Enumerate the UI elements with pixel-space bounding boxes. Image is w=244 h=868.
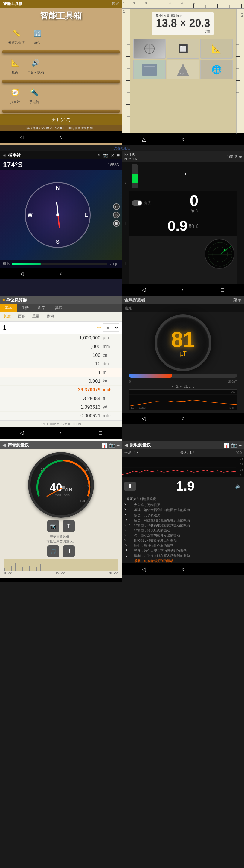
vibration-pause-btn[interactable]: ⏸ [125, 482, 136, 491]
nav-back-2[interactable]: △ [142, 136, 146, 143]
subtab-length[interactable]: 长度 [0, 312, 15, 321]
converter-subtabs: 长度 面积 重量 体积 [0, 312, 122, 321]
converter-panel: ■ 单位换算器 基本 生活 科学 其它 长度 面积 [0, 296, 122, 441]
home-panel: 智能工具箱 设置 智能工具箱 📏 长度和角度 🔢 单位 [0, 0, 122, 145]
subtab-weight[interactable]: 重量 [29, 312, 43, 321]
metal-nav-bar: ◁ ○ □ [122, 413, 244, 424]
sound-menu-icon[interactable]: ≡ [117, 442, 119, 448]
nav-recent-c[interactable]: □ [99, 271, 102, 277]
vibration-menu-icon[interactable]: ≡ [239, 442, 242, 448]
tab-science[interactable]: 科学 [33, 304, 50, 312]
nav-home-s[interactable]: ○ [60, 581, 63, 582]
sound-text-btn[interactable]: T [63, 520, 75, 532]
svg-rect-73 [19, 565, 19, 571]
level-distance-value: 0.9 [167, 218, 188, 234]
tools-grid: 🔲 📐 45° 🌐 [133, 39, 233, 80]
sound-back-icon[interactable]: ◀ [2, 442, 6, 448]
converter-tabs: 基本 生活 科学 其它 [0, 304, 122, 312]
nav-home-2[interactable]: ○ [182, 136, 185, 143]
tab-life[interactable]: 生活 [17, 304, 33, 312]
about-button[interactable]: 关于 (v1.7) [0, 114, 122, 125]
level-dot-indicator [239, 156, 242, 158]
nav-home-c[interactable]: ○ [60, 271, 63, 277]
metal-panel: 金属探测器 菜单 磁场 81 µT 0 200µT x=-2, y=81, z=… [122, 296, 244, 441]
sound-camera-icon[interactable]: 📷 [109, 442, 115, 448]
seismic-row-i: I: 乐器，动物能感觉到的振动 [125, 558, 242, 563]
tool-ruler[interactable]: 📏 长度和角度 [8, 27, 25, 45]
nav-back-v[interactable]: ◁ [142, 566, 146, 572]
unit-select[interactable]: m km cm mm [103, 323, 119, 332]
seismic-level-iv: IV: [125, 544, 134, 548]
ruler-icon: 📏 [10, 27, 23, 40]
vibration-header: ◀ 振动测量仪 📊 📷 ≡ [122, 441, 244, 449]
seismic-level-v: V: [125, 538, 134, 543]
ruler-panel: 7 6 5 4 3 2 1 [122, 0, 244, 145]
conv-value-mm: 1,000 [88, 344, 101, 349]
compass-indicator-3[interactable]: 🔲 [113, 220, 119, 227]
thumb-4[interactable] [133, 60, 166, 80]
shelf-row-3: 🧭 指南针 🔦 手电筒 [2, 85, 119, 113]
nav-back-m[interactable]: ◁ [142, 415, 146, 422]
sound-display-area: 0 20 40 60 80 100 120 40 [0, 449, 122, 578]
thumb-6[interactable]: 🌐 [200, 60, 233, 80]
nav-back-l[interactable]: ◁ [142, 287, 146, 293]
vibration-camera-icon[interactable]: 📷 [231, 442, 237, 448]
conv-unit-cm: cm [103, 353, 118, 358]
compass-indicator-1[interactable]: ⊙ [113, 203, 119, 210]
seismic-level-ii: II: [125, 554, 134, 558]
nav-back-s[interactable]: ◁ [20, 581, 24, 582]
metal-value-display: 81 [171, 329, 195, 350]
nav-recent-s[interactable]: □ [99, 581, 102, 582]
converter-input[interactable] [3, 324, 96, 331]
sound-icon: 🔊 [29, 56, 43, 69]
nav-home[interactable]: ○ [60, 134, 63, 140]
sound-camera-btn[interactable]: 📷 [47, 520, 59, 532]
nav-recent[interactable]: □ [99, 134, 102, 140]
nav-back-c[interactable]: ◁ [20, 270, 24, 277]
subtab-area[interactable]: 面积 [15, 312, 29, 321]
nav-home-conv[interactable]: ○ [60, 430, 63, 436]
tool-compass[interactable]: 🧭 指南针 [8, 86, 22, 104]
nav-home-l[interactable]: ○ [182, 287, 185, 293]
nav-recent-conv[interactable]: □ [99, 430, 102, 436]
tool-flashlight[interactable]: 🔦 手电筒 [28, 86, 40, 104]
vibration-bars-icon[interactable]: 📊 [223, 442, 229, 448]
tool-sound[interactable]: 🔊 声音和振动 [28, 56, 44, 75]
sound-bars-icon[interactable]: 📊 [101, 442, 107, 448]
compass-indicator-2[interactable]: ◎ [113, 212, 119, 218]
nav-home-m[interactable]: ○ [182, 415, 185, 422]
compass-close-icon[interactable]: ✕ [111, 153, 114, 158]
settings-button[interactable]: 设置 [112, 1, 119, 6]
tab-basic[interactable]: 基本 [0, 304, 17, 312]
nav-home-v[interactable]: ○ [182, 566, 185, 572]
compass-icon: 🧭 [8, 86, 22, 99]
metal-coords: x=-2, y=81, z=0 [172, 384, 194, 388]
thumb-1[interactable] [133, 39, 166, 59]
svg-text:60: 60 [74, 458, 77, 462]
nav-back[interactable]: ◁ [20, 134, 24, 140]
sound-pause-btn[interactable]: ⏸ [63, 545, 75, 557]
compass-share-icon[interactable]: ↗ [96, 153, 100, 158]
thumb-2[interactable]: 🔲 [167, 39, 199, 59]
level-toggle[interactable] [132, 200, 142, 206]
compass-camera-icon[interactable]: 📷 [102, 153, 108, 158]
nav-recent-2[interactable]: □ [221, 136, 224, 143]
nav-recent-m[interactable]: □ [221, 415, 224, 422]
sound-record-btn[interactable]: 🎵 [47, 545, 59, 557]
tab-other[interactable]: 其它 [50, 304, 67, 312]
tool-height[interactable]: 📐 量高 [8, 56, 22, 75]
thumb-5[interactable]: 45° [167, 60, 199, 80]
nav-back-conv[interactable]: ◁ [20, 430, 24, 436]
nav-recent-l[interactable]: □ [221, 287, 224, 293]
nav-recent-v[interactable]: □ [221, 566, 224, 572]
subtab-volume[interactable]: 体积 [43, 312, 57, 321]
compass-menu-icon[interactable]: ≡ [117, 153, 119, 158]
conv-unit-yd: yd [103, 405, 118, 410]
ruler-content: 5.44 × 6180 inch 13.8 × 20.3 cm [130, 9, 236, 133]
tool-unit[interactable]: 🔢 单位 [31, 27, 44, 45]
seismic-desc-vi: 强，振动沉重的家具发出的振动 [134, 533, 180, 538]
vibration-back-icon[interactable]: ◀ [125, 442, 128, 448]
metal-menu-btn[interactable]: 菜单 [233, 298, 242, 303]
compass-panel: ⊞ 指南针 ↗ 📷 ✕ ≡ 174°S 165°S N S [0, 151, 122, 296]
thumb-3[interactable]: 📐 [200, 39, 233, 59]
